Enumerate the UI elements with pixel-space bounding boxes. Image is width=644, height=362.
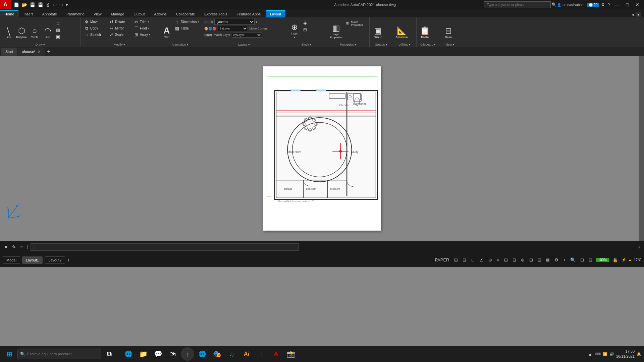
qp-button[interactable]: ⊞ — [528, 257, 534, 263]
model-tab[interactable]: Model — [3, 256, 20, 264]
taskbar-notification[interactable]: 🔔 — [637, 352, 641, 356]
tab-view[interactable]: View — [89, 10, 106, 17]
move-button[interactable]: ✥ Move — [83, 19, 106, 25]
grid-button[interactable]: ⊟ — [462, 257, 467, 263]
tab-parametric[interactable]: Parametric — [62, 10, 89, 17]
undo-button[interactable]: ↩ — [52, 2, 58, 8]
doc-tab-uhouse[interactable]: uhouse* ✕ — [18, 48, 44, 56]
lw-button[interactable]: ⊟ — [512, 257, 517, 263]
measure-button[interactable]: 📐 Measure — [395, 19, 409, 40]
redo-button[interactable]: ↪ — [58, 2, 64, 8]
tab-layout[interactable]: Layout — [266, 10, 285, 17]
store-button[interactable]: 🛍 — [166, 347, 179, 361]
sc-button[interactable]: ⊡ — [537, 257, 542, 263]
maximize-button[interactable]: □ — [623, 0, 632, 9]
layout2-tab[interactable]: Layout2 — [45, 256, 65, 264]
settings-btn[interactable]: ⚙ — [553, 257, 559, 263]
git-button[interactable]: ↑ — [181, 347, 194, 361]
snap-button[interactable]: ⊞ — [453, 257, 459, 263]
cmd-close-button[interactable]: ✕ — [3, 244, 9, 250]
array-dropdown[interactable]: ▾ — [149, 33, 150, 36]
add-layout-button[interactable]: + — [67, 257, 70, 263]
clock-area[interactable]: 🕐 29 — [587, 3, 599, 7]
doc-tab-start[interactable]: Start — [1, 48, 17, 56]
taskbar-up-arrow[interactable]: ▲ — [587, 351, 593, 357]
table-button[interactable]: ▦ Table — [173, 25, 200, 32]
array-button[interactable]: ⊞ Array ▾ — [132, 32, 156, 38]
autocad-button[interactable]: A — [269, 347, 283, 361]
create-button[interactable]: ✚ — [301, 20, 325, 26]
canvas-area[interactable]: X Y Z — [0, 56, 644, 241]
tab-output[interactable]: Output — [129, 10, 149, 17]
ribbon-arrow-left[interactable]: ◀ — [632, 13, 634, 16]
otrack-button[interactable]: ≡ — [496, 257, 500, 263]
filezilla-button[interactable]: ↕ — [255, 347, 268, 361]
tab-home[interactable]: Home — [0, 10, 18, 17]
start-button[interactable]: ⊞ — [3, 347, 16, 361]
tab-featured[interactable]: Featured Apps — [232, 10, 265, 17]
block-editor-button[interactable]: ⊞ — [301, 26, 325, 33]
taskbar-clock[interactable]: 17:50 16/11/2021 — [616, 349, 635, 359]
tab-insert[interactable]: Insert — [19, 10, 37, 17]
line-button[interactable]: ╱ Line — [2, 19, 15, 40]
dynin-button[interactable]: ⊟ — [503, 257, 509, 263]
cmd-edit-button[interactable]: ✎ — [11, 244, 17, 250]
app-menu-button[interactable]: A — [0, 0, 11, 9]
qa-dropdown[interactable]: ▾ — [65, 2, 69, 8]
tab-annotate[interactable]: Annotate — [38, 10, 61, 17]
hatch-button[interactable]: ▦ — [54, 27, 78, 33]
base-button[interactable]: ⊟ Base — [442, 19, 455, 40]
help-icon[interactable]: ? — [607, 2, 612, 7]
tp-button[interactable]: ⊕ — [520, 257, 526, 263]
dimension-button[interactable]: ↕ Dimension ▾ — [173, 19, 200, 25]
tab-collaborate[interactable]: Collaborate — [172, 10, 199, 17]
save-as-button[interactable]: 💾 — [37, 2, 44, 8]
copy-button[interactable]: ⧉ Copy — [83, 25, 106, 32]
save-button[interactable]: 💾 — [29, 2, 36, 8]
search-bar[interactable] — [484, 1, 551, 8]
trim-dropdown[interactable]: ▾ — [148, 20, 149, 23]
layer-select[interactable]: janelas — [214, 19, 255, 25]
layout-viewport[interactable]: Kitchen Bathroom — [267, 76, 377, 196]
paste-button[interactable]: 📋 Paste — [419, 19, 431, 40]
layer-dropdown-arrow[interactable]: ▾ — [256, 20, 257, 24]
task-view-button[interactable]: ⧉ — [103, 347, 116, 361]
edge-button[interactable]: 🌐 — [122, 347, 135, 361]
arc-button[interactable]: ◠ Arc — [41, 19, 54, 40]
minimize-button[interactable]: — — [612, 0, 622, 9]
close-tab-icon[interactable]: ✕ — [38, 50, 41, 54]
right-scroll-panel[interactable] — [639, 56, 644, 241]
settings-icon[interactable]: ⚙ — [600, 2, 606, 7]
color-select[interactable]: ByLayer — [218, 26, 248, 31]
teams-button[interactable]: 💬 — [151, 347, 165, 361]
search-icon[interactable]: 🔍 — [551, 2, 556, 7]
new-button[interactable]: 📄 — [13, 2, 20, 8]
rectangle-button[interactable]: □ — [54, 20, 78, 26]
layer-properties-button[interactable]: ▥ LayerProperties — [329, 19, 343, 40]
polar-button[interactable]: ∠ — [479, 257, 485, 263]
scale-button[interactable]: ⤢ Scale — [108, 32, 131, 38]
add-tab-button[interactable]: + — [45, 49, 52, 55]
insert-button[interactable]: ⊕ Insert ▾ — [288, 19, 301, 40]
polyline-button[interactable]: ⬡ Polyline — [15, 19, 28, 40]
explorer-button[interactable]: 📁 — [137, 347, 150, 361]
plus-btn[interactable]: + — [562, 257, 567, 263]
command-input[interactable] — [31, 243, 299, 251]
circle-button[interactable]: ○ Circle — [28, 19, 41, 40]
layout1-tab[interactable]: Layout1 — [22, 256, 43, 264]
plot-button[interactable]: 🖨 — [45, 2, 51, 8]
fillet-dropdown[interactable]: ▾ — [148, 27, 149, 30]
open-button[interactable]: 📂 — [21, 2, 28, 8]
chrome-button[interactable]: 🌐 — [196, 347, 209, 361]
osnap-button[interactable]: ⊕ — [487, 257, 493, 263]
gradient-button[interactable]: ▣ — [54, 34, 78, 40]
zoom-lock[interactable]: 🔒 — [611, 257, 619, 263]
cmd-resize-button[interactable]: ▲ — [637, 245, 641, 249]
close-button[interactable]: ✕ — [633, 0, 642, 9]
ortho-button[interactable]: ∟ — [470, 257, 476, 263]
full-screen[interactable]: ⊟ — [588, 257, 593, 263]
text-button[interactable]: A Text — [160, 19, 173, 40]
rotate-button[interactable]: ↺ Rotate — [108, 19, 131, 25]
unknown2-button[interactable]: 📸 — [284, 347, 298, 361]
tab-express[interactable]: Express Tools — [200, 10, 231, 17]
